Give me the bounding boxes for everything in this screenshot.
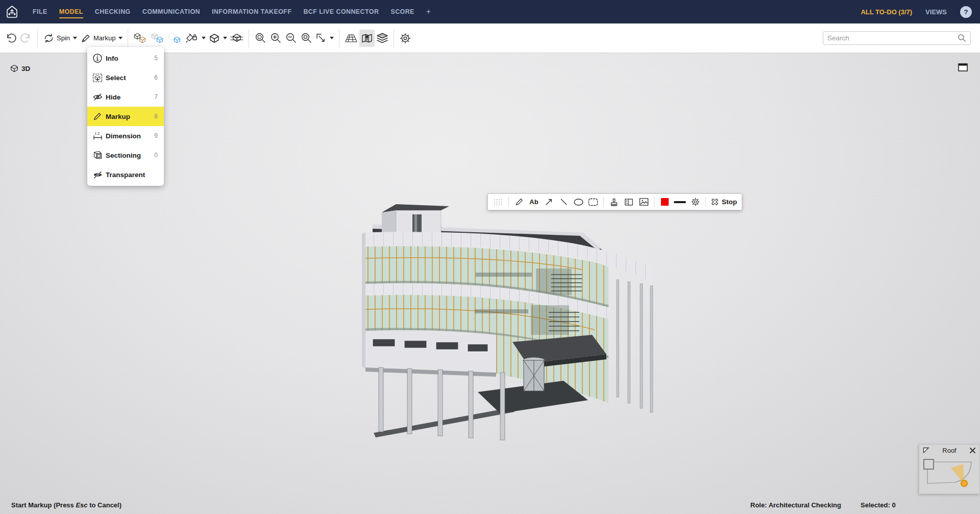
section-box-button[interactable] (229, 30, 245, 47)
esc-key-label: Esc (76, 501, 87, 509)
zoom-window-button[interactable] (299, 30, 314, 47)
color-lock-button[interactable] (184, 30, 207, 47)
markup-separator (603, 197, 604, 207)
arrow-tool-icon[interactable] (543, 195, 554, 209)
image-tool-icon[interactable] (638, 195, 649, 209)
line-width-icon[interactable] (674, 195, 686, 209)
all-todo-link[interactable]: ALL TO-DO (3/7) (861, 8, 912, 16)
map-pin-button[interactable] (359, 30, 375, 47)
stop-label: Stop (722, 198, 737, 206)
zoom-fit-button[interactable] (253, 30, 268, 47)
close-icon[interactable] (969, 447, 976, 454)
region-tool-icon[interactable] (587, 195, 599, 209)
sectioning-icon (92, 150, 106, 160)
spin-label: Spin (57, 34, 70, 42)
layers-button[interactable] (375, 30, 390, 47)
drag-handle-icon[interactable] (493, 195, 504, 209)
info-icon (92, 53, 106, 63)
view-label-text: 3D (21, 65, 30, 72)
nav-item-communication[interactable]: COMMUNICATION (142, 5, 200, 18)
svg-text:1 2: 1 2 (95, 132, 100, 135)
undo-button[interactable] (3, 30, 18, 47)
nav-item-score[interactable]: SCORE (390, 5, 414, 18)
color-swatch[interactable] (659, 195, 670, 209)
panel-layout-button[interactable] (958, 63, 968, 71)
minimap-plan[interactable] (920, 457, 978, 493)
status-hint: Start Markup (Press Esc to Cancel) (11, 501, 121, 509)
zoom-in-button[interactable] (268, 30, 283, 47)
chevron-down-icon (118, 37, 122, 39)
corner-expand-icon[interactable] (923, 447, 929, 454)
toolbar-separator (339, 29, 339, 47)
menu-item-info[interactable]: Info 5 (87, 48, 164, 68)
menu-item-dimension[interactable]: 1 2 Dimension 9 (87, 126, 164, 145)
status-selected-count: Selected: 0 (861, 501, 896, 509)
spin-tool-button[interactable]: Spin (41, 30, 79, 47)
toolbar-separator (249, 29, 249, 47)
menu-item-markup[interactable]: Markup 8 (87, 107, 164, 126)
chevron-down-icon (223, 37, 227, 39)
toolbar-separator (37, 29, 38, 47)
dimension-icon: 1 2 (92, 131, 106, 141)
view-mode-label: 3D (10, 64, 30, 72)
menu-item-hide[interactable]: Hide 7 (87, 87, 164, 107)
hide-others-cubes-button[interactable] (149, 30, 166, 47)
nav-menu: FILE MODEL CHECKING COMMUNICATION INFORM… (33, 4, 431, 19)
nav-item-bcf-live-connector[interactable]: BCF LIVE CONNECTOR (303, 5, 379, 18)
view-cube-button[interactable] (207, 30, 229, 47)
hide-eye-icon (92, 92, 106, 102)
cube-icon (10, 64, 18, 72)
app-root: FILE MODEL CHECKING COMMUNICATION INFORM… (0, 0, 980, 514)
line-tool-icon[interactable] (558, 195, 569, 209)
chevron-down-icon (202, 37, 206, 39)
settings-gear-button[interactable] (398, 30, 413, 47)
nav-item-model[interactable]: MODEL (59, 5, 83, 18)
nav-item-information-takeoff[interactable]: INFORMATION TAKEOFF (212, 5, 291, 18)
menu-item-select[interactable]: Select 6 (87, 68, 164, 87)
stamp-tool-icon[interactable] (608, 195, 620, 209)
ghost-others-cubes-button[interactable] (166, 30, 184, 47)
solibri-logo-icon[interactable] (0, 0, 23, 23)
markup-separator (508, 197, 509, 207)
help-button[interactable]: ? (960, 6, 972, 18)
text-tool-icon[interactable]: Ab (528, 195, 540, 209)
markup-dropdown-menu: Info 5 Select 6 Hide 7 Markup 8 1 (87, 47, 164, 186)
nav-right-group: ALL TO-DO (3/7) VIEWS ? (861, 0, 972, 23)
stop-markup-button[interactable]: Stop (710, 198, 737, 206)
menu-item-transparent[interactable]: Transparent (87, 165, 164, 184)
top-navbar: FILE MODEL CHECKING COMMUNICATION INFORM… (0, 0, 980, 23)
pen-tool-icon[interactable] (513, 195, 525, 209)
nav-item-add-tab[interactable]: + (426, 4, 431, 19)
show-all-cubes-button[interactable] (132, 30, 149, 47)
building-model (296, 168, 664, 454)
redo-button[interactable] (18, 30, 34, 47)
search-icon (958, 34, 966, 42)
select-icon (92, 72, 106, 83)
markup-settings-gear-icon[interactable] (690, 195, 701, 209)
chevron-down-icon (330, 37, 334, 39)
ellipse-tool-icon[interactable] (573, 195, 584, 209)
nav-item-file[interactable]: FILE (33, 5, 47, 18)
chevron-down-icon (73, 37, 77, 39)
nav-item-checking[interactable]: CHECKING (95, 5, 131, 18)
markup-label: Markup (93, 34, 115, 42)
markup-pencil-icon (92, 111, 106, 121)
zoom-out-button[interactable] (283, 30, 299, 47)
label-tool-icon[interactable] (623, 195, 634, 209)
pick-tool-button[interactable] (314, 30, 335, 47)
markup-toolbar: Ab (487, 193, 742, 210)
markup-separator (705, 197, 706, 207)
markup-tool-button[interactable]: Markup (79, 30, 124, 47)
views-link[interactable]: VIEWS (925, 8, 947, 16)
toolbar-separator (128, 29, 128, 47)
transparent-eye-icon (92, 169, 106, 180)
status-role: Role: Architectural Checking (750, 501, 841, 509)
toolbar-separator (394, 29, 394, 47)
menu-item-sectioning[interactable]: Sectioning 0 (87, 145, 164, 165)
search-input[interactable] (827, 34, 958, 42)
grid-plane-button[interactable] (343, 30, 359, 47)
stop-x-icon (710, 198, 719, 206)
minimap-header: Roof (919, 445, 979, 456)
roof-minimap-panel: Roof (919, 444, 980, 494)
search-box (823, 31, 971, 45)
